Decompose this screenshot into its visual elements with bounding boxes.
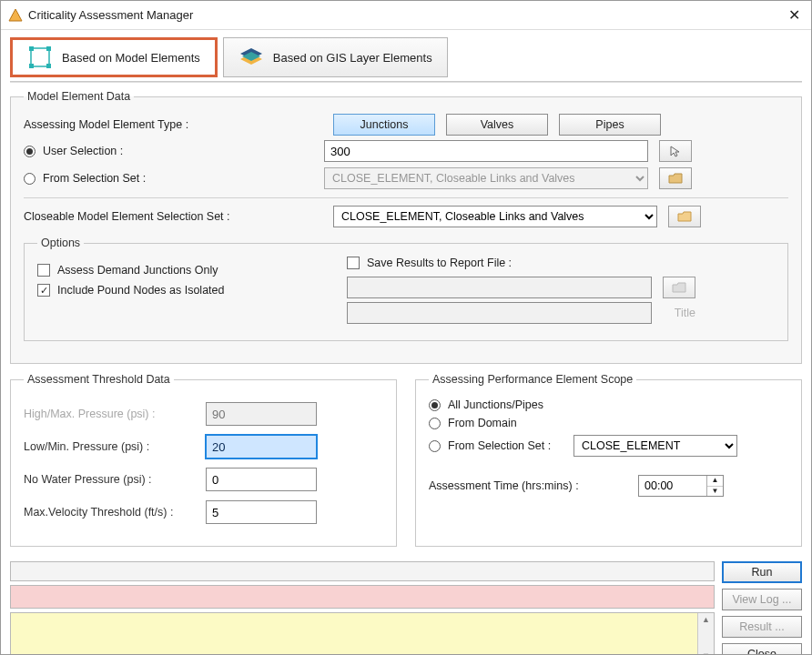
radio-icon — [24, 146, 36, 157]
status-bar — [10, 585, 715, 609]
folder-button-disabled — [659, 167, 692, 189]
title-label: Title — [663, 307, 695, 319]
assessment-time-label: Assessment Time (hrs:mins) : — [429, 479, 629, 492]
low-pressure-label: Low/Min. Pressure (psi) : — [24, 440, 197, 453]
pipes-button[interactable]: Pipes — [559, 114, 661, 136]
high-pressure-input — [206, 402, 317, 426]
radio-icon — [24, 173, 36, 185]
user-selection-input[interactable] — [324, 140, 648, 162]
threshold-group: Assessment Threshold Data High/Max. Pres… — [10, 373, 397, 547]
from-selection-set-radio[interactable]: From Selection Set : — [24, 172, 324, 185]
folder-button[interactable] — [668, 206, 701, 227]
scrollbar[interactable]: ▲▼ — [697, 613, 714, 655]
spin-down-icon[interactable]: ▼ — [707, 487, 723, 497]
svg-rect-5 — [46, 64, 51, 68]
scope-domain-radio[interactable]: From Domain — [429, 417, 788, 429]
from-selection-set-dropdown: CLOSE_ELEMENT, Closeable Links and Valve… — [324, 167, 648, 189]
junctions-button[interactable]: Junctions — [333, 114, 435, 136]
view-log-button: View Log ... — [722, 589, 802, 610]
group-legend: Assessment Threshold Data — [24, 373, 174, 386]
options-group: Options Assess Demand Junctions Only Inc… — [24, 237, 788, 341]
close-icon[interactable]: ✕ — [785, 6, 804, 24]
no-water-pressure-label: No Water Pressure (psi) : — [24, 473, 197, 486]
low-pressure-input[interactable] — [206, 435, 317, 458]
radio-icon — [429, 418, 441, 429]
scope-all-radio[interactable]: All Junctions/Pipes — [429, 398, 788, 411]
svg-rect-3 — [46, 46, 51, 51]
save-results-label: Save Results to Report File : — [367, 257, 512, 269]
svg-rect-2 — [29, 46, 34, 51]
svg-rect-4 — [29, 64, 34, 68]
spin-up-icon[interactable]: ▲ — [707, 476, 723, 487]
scope-from-set-radio[interactable]: From Selection Set : CLOSE_ELEMENT — [429, 435, 788, 457]
user-selection-radio[interactable]: User Selection : — [24, 145, 324, 157]
run-button[interactable]: Run — [722, 561, 802, 583]
pick-cursor-button[interactable] — [659, 140, 692, 162]
tab-model-elements[interactable]: Based on Model Elements — [10, 37, 218, 77]
scope-from-set-label: From Selection Set : — [448, 439, 566, 452]
save-results-checkbox[interactable]: Save Results to Report File : — [347, 257, 775, 269]
scope-group: Assessing Performance Element Scope All … — [415, 373, 802, 547]
result-button: Result ... — [722, 616, 802, 638]
valves-button[interactable]: Valves — [446, 114, 548, 136]
assessment-time-input[interactable] — [639, 476, 706, 496]
report-file-path-input — [347, 277, 652, 298]
report-title-input — [347, 302, 652, 324]
tab-label: Based on Model Elements — [62, 51, 200, 65]
checkbox-icon — [347, 257, 360, 269]
assess-demand-checkbox[interactable]: Assess Demand Junctions Only — [37, 264, 320, 277]
closeable-set-label: Closeable Model Element Selection Set : — [24, 210, 324, 223]
radio-icon — [429, 440, 441, 452]
from-selection-set-label: From Selection Set : — [43, 172, 146, 185]
scope-all-label: All Junctions/Pipes — [448, 398, 543, 411]
checkbox-icon — [37, 284, 50, 297]
model-elements-icon — [27, 45, 53, 70]
user-selection-label: User Selection : — [43, 145, 123, 157]
app-icon — [8, 8, 23, 23]
scope-domain-label: From Domain — [448, 417, 517, 429]
max-velocity-label: Max.Velocity Threshold (ft/s) : — [24, 506, 197, 519]
progress-bar — [10, 561, 715, 581]
close-button[interactable]: Close — [722, 643, 802, 655]
scope-selection-set-dropdown[interactable]: CLOSE_ELEMENT — [573, 435, 737, 457]
closeable-set-dropdown[interactable]: CLOSE_ELEMENT, Closeable Links and Valve… — [333, 206, 657, 227]
tab-bar: Based on Model Elements Based on GIS Lay… — [10, 37, 802, 77]
tab-gis-elements[interactable]: Based on GIS Layer Elements — [223, 37, 448, 77]
assess-type-label: Assessing Model Element Type : — [24, 118, 324, 131]
svg-marker-0 — [9, 9, 22, 21]
window-title: Criticality Assessment Manager — [28, 8, 785, 22]
high-pressure-label: High/Max. Pressure (psi) : — [24, 408, 197, 420]
include-pound-label: Include Pound Nodes as Isolated — [57, 284, 224, 297]
browse-report-file-button — [663, 277, 695, 298]
log-output: ▲▼ — [10, 612, 715, 655]
gis-layers-icon — [239, 45, 264, 70]
assess-demand-label: Assess Demand Junctions Only — [57, 264, 218, 277]
tab-label: Based on GIS Layer Elements — [273, 51, 432, 65]
group-legend: Assessing Performance Element Scope — [429, 373, 636, 386]
include-pound-checkbox[interactable]: Include Pound Nodes as Isolated — [37, 284, 320, 297]
radio-icon — [429, 399, 441, 411]
group-legend: Options — [37, 237, 84, 249]
max-velocity-input[interactable] — [206, 500, 317, 524]
no-water-pressure-input[interactable] — [206, 468, 317, 491]
assessment-time-spinner[interactable]: ▲ ▼ — [638, 475, 724, 497]
checkbox-icon — [37, 264, 50, 277]
model-element-data-group: Model Element Data Assessing Model Eleme… — [10, 90, 802, 364]
group-legend: Model Element Data — [24, 90, 134, 103]
titlebar: Criticality Assessment Manager ✕ — [1, 1, 811, 30]
